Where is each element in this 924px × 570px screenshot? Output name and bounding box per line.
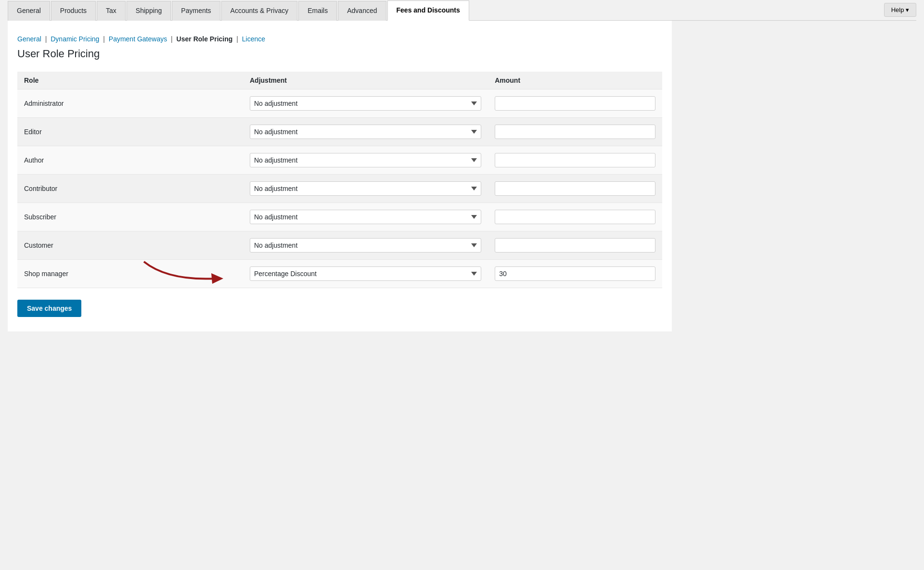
amount-input-contributor[interactable]: [495, 181, 655, 196]
role-cell-author: Author: [17, 146, 243, 174]
adjustment-cell-customer: No adjustmentPercentage DiscountFlat Dis…: [243, 231, 488, 259]
tabs-bar: General Products Tax Shipping Payments A…: [8, 0, 916, 21]
amount-input-shop-manager[interactable]: [495, 266, 655, 281]
col-header-role: Role: [17, 72, 243, 89]
table-row: ContributorNo adjustmentPercentage Disco…: [17, 174, 662, 203]
tab-fees-discounts[interactable]: Fees and Discounts: [387, 0, 469, 21]
subnav-user-role-pricing: User Role Pricing: [177, 35, 233, 43]
save-changes-button[interactable]: Save changes: [17, 300, 81, 317]
amount-cell-shop-manager: [488, 259, 662, 288]
table-header-row: Role Adjustment Amount: [17, 72, 662, 89]
subnav-licence[interactable]: Licence: [242, 35, 265, 43]
adjustment-cell-shop-manager: No adjustmentPercentage DiscountFlat Dis…: [243, 259, 488, 288]
tab-general[interactable]: General: [8, 1, 50, 21]
amount-input-editor[interactable]: [495, 125, 655, 139]
subnav-payment-gateways[interactable]: Payment Gateways: [109, 35, 167, 43]
amount-cell-editor: [488, 117, 662, 146]
separator-1: |: [45, 35, 47, 43]
amount-input-administrator[interactable]: [495, 96, 655, 111]
adjustment-cell-subscriber: No adjustmentPercentage DiscountFlat Dis…: [243, 203, 488, 231]
adjustment-cell-administrator: No adjustmentPercentage DiscountFlat Dis…: [243, 89, 488, 117]
tab-products[interactable]: Products: [51, 1, 96, 21]
adjustment-select-administrator[interactable]: No adjustmentPercentage DiscountFlat Dis…: [250, 96, 481, 111]
tab-emails[interactable]: Emails: [298, 1, 337, 21]
table-row: AuthorNo adjustmentPercentage DiscountFl…: [17, 146, 662, 174]
table-row: SubscriberNo adjustmentPercentage Discou…: [17, 203, 662, 231]
subnav-general[interactable]: General: [17, 35, 41, 43]
amount-cell-customer: [488, 231, 662, 259]
role-cell-customer: Customer: [17, 231, 243, 259]
adjustment-select-subscriber[interactable]: No adjustmentPercentage DiscountFlat Dis…: [250, 210, 481, 224]
amount-input-author[interactable]: [495, 153, 655, 167]
table-row: EditorNo adjustmentPercentage DiscountFl…: [17, 117, 662, 146]
role-cell-contributor: Contributor: [17, 174, 243, 203]
separator-2: |: [103, 35, 105, 43]
separator-4: |: [236, 35, 238, 43]
subnav: General | Dynamic Pricing | Payment Gate…: [17, 30, 662, 48]
tab-shipping[interactable]: Shipping: [127, 1, 171, 21]
table-row: CustomerNo adjustmentPercentage Discount…: [17, 231, 662, 259]
separator-3: |: [171, 35, 173, 43]
adjustment-select-shop-manager[interactable]: No adjustmentPercentage DiscountFlat Dis…: [250, 266, 481, 281]
adjustment-select-contributor[interactable]: No adjustmentPercentage DiscountFlat Dis…: [250, 181, 481, 196]
role-cell-shop-manager: Shop manager: [17, 259, 243, 288]
tab-accounts-privacy[interactable]: Accounts & Privacy: [221, 1, 298, 21]
adjustment-cell-editor: No adjustmentPercentage DiscountFlat Dis…: [243, 117, 488, 146]
main-content: General | Dynamic Pricing | Payment Gate…: [8, 21, 672, 331]
table-row: Shop managerNo adjustmentPercentage Disc…: [17, 259, 662, 288]
amount-input-customer[interactable]: [495, 238, 655, 253]
amount-cell-administrator: [488, 89, 662, 117]
amount-cell-author: [488, 146, 662, 174]
adjustment-cell-contributor: No adjustmentPercentage DiscountFlat Dis…: [243, 174, 488, 203]
amount-input-subscriber[interactable]: [495, 210, 655, 224]
page-title: User Role Pricing: [17, 48, 662, 60]
amount-cell-contributor: [488, 174, 662, 203]
adjustment-cell-author: No adjustmentPercentage DiscountFlat Dis…: [243, 146, 488, 174]
col-header-adjustment: Adjustment: [243, 72, 488, 89]
adjustment-select-customer[interactable]: No adjustmentPercentage DiscountFlat Dis…: [250, 238, 481, 253]
tab-payments[interactable]: Payments: [172, 1, 220, 21]
adjustment-select-editor[interactable]: No adjustmentPercentage DiscountFlat Dis…: [250, 125, 481, 139]
role-cell-editor: Editor: [17, 117, 243, 146]
role-cell-subscriber: Subscriber: [17, 203, 243, 231]
tab-tax[interactable]: Tax: [97, 1, 126, 21]
help-button[interactable]: Help ▾: [884, 3, 916, 17]
adjustment-select-author[interactable]: No adjustmentPercentage DiscountFlat Dis…: [250, 153, 481, 167]
pricing-table: Role Adjustment Amount AdministratorNo a…: [17, 72, 662, 288]
subnav-dynamic-pricing[interactable]: Dynamic Pricing: [51, 35, 99, 43]
role-cell-administrator: Administrator: [17, 89, 243, 117]
col-header-amount: Amount: [488, 72, 662, 89]
amount-cell-subscriber: [488, 203, 662, 231]
table-row: AdministratorNo adjustmentPercentage Dis…: [17, 89, 662, 117]
tab-advanced[interactable]: Advanced: [338, 1, 386, 21]
